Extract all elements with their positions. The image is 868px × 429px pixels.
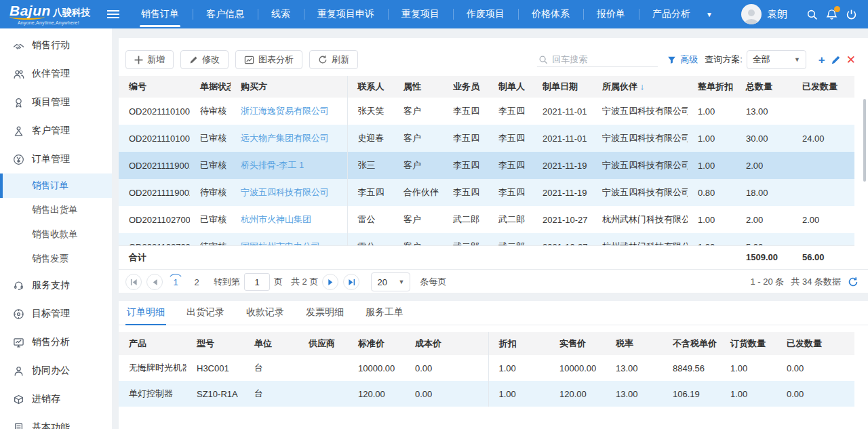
first-page-button[interactable] (125, 274, 142, 290)
orders-column-header[interactable]: 编号 (119, 76, 190, 98)
sidebar-item[interactable]: 服务支持 (0, 271, 112, 300)
detail-column-header: 型号 (186, 332, 244, 355)
goto-page-input[interactable] (244, 273, 270, 291)
detail-tab-2[interactable]: 收款记录 (245, 306, 285, 325)
buyer-link[interactable]: 浙江海逸贸易有限公司 (241, 106, 329, 116)
orders-column-header[interactable]: 业务员 (443, 76, 488, 98)
last-page-button[interactable] (343, 274, 359, 290)
sidebar-subitem[interactable]: 销售订单 (0, 173, 112, 198)
top-nav-item-1[interactable]: 客户信息 (193, 0, 258, 28)
top-nav-item-5[interactable]: 作废项目 (453, 0, 518, 28)
order-row[interactable]: OD20211119002待审核宁波五四科技有限公司李五四合作伙伴李五四李五四2… (119, 179, 854, 206)
orders-column-header[interactable]: 制单日期 (532, 76, 592, 98)
sidebar-item[interactable]: 销售行动 (0, 31, 112, 60)
avatar[interactable] (741, 4, 762, 24)
order-row[interactable]: OD20211027001已审核杭州市火神山集团雷公客户武二郎武二郎2021-1… (119, 206, 854, 233)
order-row[interactable]: OD20211101002待审核浙江海逸贸易有限公司张天笑客户李五四李五四202… (119, 98, 854, 125)
top-nav-item-6[interactable]: 价格体系 (518, 0, 583, 28)
orders-column-header[interactable]: 已发数量 (792, 76, 854, 98)
sidebar-item[interactable]: 伙伴管理 (0, 60, 112, 88)
buyer-link[interactable]: 杭州市火神山集团 (241, 214, 311, 224)
sidebar-subitem[interactable]: 销售出货单 (0, 198, 112, 222)
top-nav-item-2[interactable]: 线索 (258, 0, 304, 28)
orders-column-header[interactable]: 总数量 (736, 76, 792, 98)
sidebar-item[interactable]: 基本功能 (0, 413, 112, 429)
orders-column-header[interactable]: 单据状态 (190, 76, 231, 98)
detail-row[interactable]: 无悔牌时光机器H3C001台10000.000.001.0010000.0013… (119, 355, 854, 381)
detail-column-header: 实售价 (549, 332, 606, 355)
top-nav-item-3[interactable]: 重复项目申诉 (304, 0, 388, 28)
buyer-link[interactable]: 国网杭州市电力公司 (241, 241, 320, 245)
prev-page-button[interactable] (146, 274, 163, 290)
sidebar-item[interactable]: 订单管理 (0, 145, 112, 173)
target-icon (12, 308, 24, 320)
detail-tab-0[interactable]: 订单明细 (125, 306, 166, 325)
brand-name: Bajun (9, 3, 51, 18)
detail-row[interactable]: 单灯控制器SZ10-R1A台120.000.001.00120.0013.001… (119, 381, 854, 407)
order-row[interactable]: OD20211101003已审核远大物产集团有限公司史迎春客户李五四李五四202… (119, 125, 854, 152)
detail-tab-1[interactable]: 出货记录 (185, 306, 226, 325)
chart-analysis-button[interactable]: 图表分析 (235, 50, 302, 69)
sidebar-item[interactable]: 目标管理 (0, 300, 112, 328)
top-nav-item-4[interactable]: 重复项目 (388, 0, 453, 28)
top-nav-item-8[interactable]: 产品分析 (639, 0, 704, 28)
sidebar-item[interactable]: 协同办公 (0, 356, 112, 385)
advanced-link[interactable]: 高级 (680, 54, 698, 66)
sidebar-subitem[interactable]: 销售收款单 (0, 222, 112, 247)
page-size-value: 20 (377, 277, 387, 287)
orders-column-header[interactable]: 制单人 (488, 76, 532, 98)
sidebar-item-label: 项目管理 (32, 96, 70, 108)
pencil-icon (189, 56, 198, 64)
page-number-1[interactable]: 1 (167, 274, 184, 290)
sidebar-item[interactable]: 进销存 (0, 385, 112, 413)
sidebar-subitem[interactable]: 销售发票 (0, 247, 112, 271)
orders-column-header[interactable]: 联系人 (347, 76, 393, 98)
sidebar-item-label: 订单管理 (32, 153, 70, 165)
scrollbar-thumb[interactable] (863, 99, 866, 182)
main-content: 新增修改图表分析刷新 高级 查询方案: 全部 ▼ + (112, 28, 868, 429)
page-number-2[interactable]: 2 (189, 274, 205, 290)
scheme-label: 查询方案: (705, 54, 743, 66)
sidebar-item[interactable]: 销售分析 (0, 328, 112, 356)
menu-toggle-icon[interactable] (107, 9, 119, 19)
orders-column-header[interactable]: 整单折扣 (688, 76, 736, 98)
orders-column-header[interactable]: 购买方 (231, 76, 347, 98)
order-row[interactable]: OD20211119001已审核桥头排骨-李工 1张三客户李五四李五四2021-… (119, 152, 854, 179)
edit-scheme-button[interactable] (831, 55, 841, 65)
document-icon (12, 422, 24, 429)
username[interactable]: 袁朗 (767, 8, 787, 21)
buyer-link[interactable]: 桥头排骨-李工 1 (241, 160, 304, 170)
top-nav-item-0[interactable]: 销售订单 (127, 0, 193, 28)
buyer-link[interactable]: 远大物产集团有限公司 (241, 133, 329, 143)
edit-button[interactable]: 修改 (180, 50, 229, 69)
nav-more-icon[interactable]: ▼ (706, 11, 713, 18)
sidebar-item[interactable]: 客户管理 (0, 117, 112, 145)
power-icon[interactable] (846, 9, 857, 20)
page-size-select[interactable]: 20 ▼ (371, 272, 410, 291)
pagination: 12 转到第 页 共 2 页 20 ▼ 条每页 1 - 20 条 共 (119, 269, 868, 295)
total-pages: 共 2 页 (291, 276, 318, 288)
buyer-link[interactable]: 宁波五四科技有限公司 (241, 187, 329, 197)
next-page-button[interactable] (322, 274, 338, 290)
orders-column-header[interactable]: 所属伙伴 ↓ (592, 76, 688, 98)
detail-tab-3[interactable]: 发票明细 (304, 306, 345, 325)
order-row[interactable]: OD20211027002待审核国网杭州市电力公司雷公客户武二郎武二郎2021-… (119, 233, 854, 245)
partners-icon (12, 68, 24, 80)
orders-column-header[interactable]: 属性 (393, 76, 443, 98)
add-scheme-button[interactable]: + (818, 54, 825, 66)
reload-icon[interactable] (848, 277, 859, 287)
top-nav-item-7[interactable]: 报价单 (583, 0, 639, 28)
search-input[interactable] (552, 54, 647, 64)
detail-column-header: 折扣 (488, 332, 549, 355)
sidebar-item-label: 销售分析 (32, 336, 70, 348)
scheme-select[interactable]: 全部 ▼ (747, 50, 806, 69)
add-button[interactable]: 新增 (125, 50, 174, 69)
sidebar-item[interactable]: 项目管理 (0, 88, 112, 117)
refresh-button[interactable]: 刷新 (309, 50, 358, 69)
funnel-icon[interactable] (667, 56, 676, 64)
search-icon[interactable] (806, 9, 818, 20)
sort-desc-icon[interactable]: ↓ (640, 81, 645, 91)
detail-tab-4[interactable]: 服务工单 (364, 306, 405, 325)
bell-icon[interactable] (826, 9, 837, 20)
delete-scheme-button[interactable]: ✕ (846, 54, 856, 66)
